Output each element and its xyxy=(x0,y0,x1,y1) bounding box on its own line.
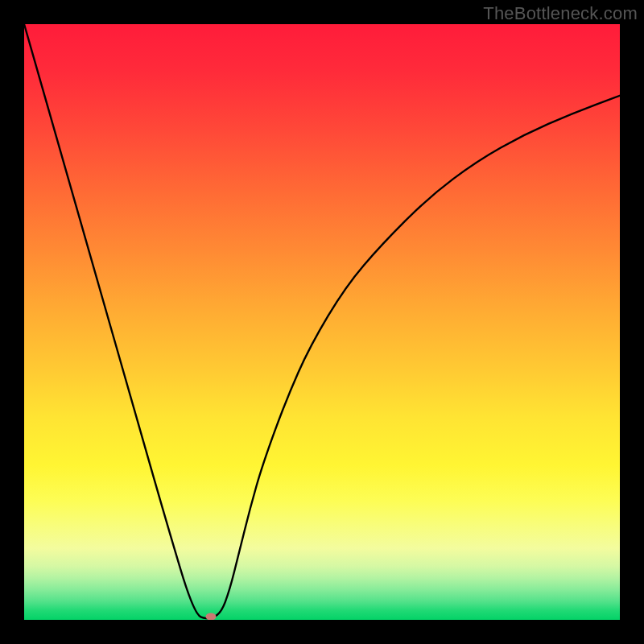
optimal-point-marker xyxy=(205,613,216,620)
chart-frame xyxy=(24,24,620,620)
watermark-text: TheBottleneck.com xyxy=(483,3,638,24)
bottleneck-curve xyxy=(24,24,620,620)
